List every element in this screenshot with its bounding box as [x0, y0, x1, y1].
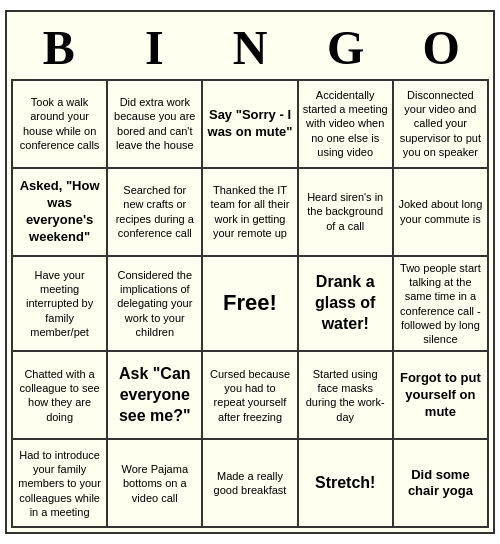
bingo-cell-22: Made a really good breakfast	[203, 440, 298, 528]
bingo-grid: Took a walk around your house while on c…	[11, 79, 489, 529]
bingo-cell-16: Ask "Can everyone see me?"	[108, 352, 203, 440]
bingo-cell-23: Stretch!	[299, 440, 394, 528]
bingo-cell-24: Did some chair yoga	[394, 440, 489, 528]
bingo-cell-2: Say "Sorry - I was on mute"	[203, 81, 298, 169]
bingo-cell-18: Started using face masks during the work…	[299, 352, 394, 440]
bingo-cell-11: Considered the implications of delegatin…	[108, 257, 203, 353]
bingo-cell-15: Chatted with a colleague to see how they…	[13, 352, 108, 440]
bingo-header: BINGO	[11, 16, 489, 79]
bingo-cell-17: Cursed because you had to repeat yoursel…	[203, 352, 298, 440]
bingo-letter-n: N	[205, 20, 295, 75]
bingo-cell-21: Wore Pajama bottoms on a video call	[108, 440, 203, 528]
bingo-card: BINGO Took a walk around your house whil…	[5, 10, 495, 535]
bingo-cell-1: Did extra work because you are bored and…	[108, 81, 203, 169]
bingo-cell-8: Heard siren's in the background of a cal…	[299, 169, 394, 257]
bingo-letter-g: G	[301, 20, 391, 75]
bingo-cell-7: Thanked the IT team for all their work i…	[203, 169, 298, 257]
bingo-cell-20: Had to introduce your family members to …	[13, 440, 108, 528]
bingo-cell-14: Two people start talking at the same tim…	[394, 257, 489, 353]
bingo-cell-3: Accidentally started a meeting with vide…	[299, 81, 394, 169]
bingo-cell-9: Joked about long your commute is	[394, 169, 489, 257]
bingo-letter-o: O	[396, 20, 486, 75]
bingo-cell-0: Took a walk around your house while on c…	[13, 81, 108, 169]
bingo-cell-13: Drank a glass of water!	[299, 257, 394, 353]
bingo-cell-6: Searched for new crafts or recipes durin…	[108, 169, 203, 257]
bingo-cell-5: Asked, "How was everyone's weekend"	[13, 169, 108, 257]
bingo-letter-b: B	[14, 20, 104, 75]
bingo-cell-4: Disconnected your video and called your …	[394, 81, 489, 169]
bingo-cell-10: Have your meeting interrupted by family …	[13, 257, 108, 353]
bingo-cell-12: Free!	[203, 257, 298, 353]
bingo-cell-19: Forgot to put yourself on mute	[394, 352, 489, 440]
bingo-letter-i: I	[109, 20, 199, 75]
